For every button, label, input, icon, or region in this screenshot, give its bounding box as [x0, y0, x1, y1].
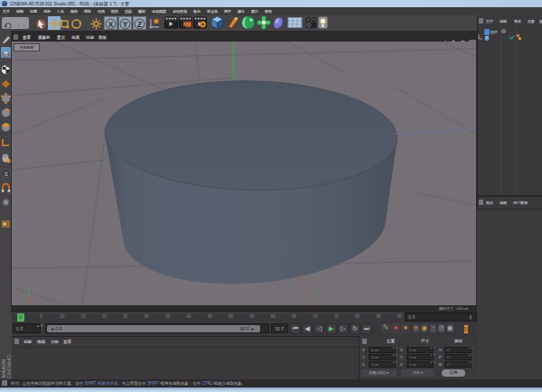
svg-text:Z: Z [137, 20, 142, 29]
svg-text:S: S [4, 171, 8, 177]
svg-text:X: X [108, 20, 114, 29]
svg-text:Y: Y [123, 20, 128, 29]
